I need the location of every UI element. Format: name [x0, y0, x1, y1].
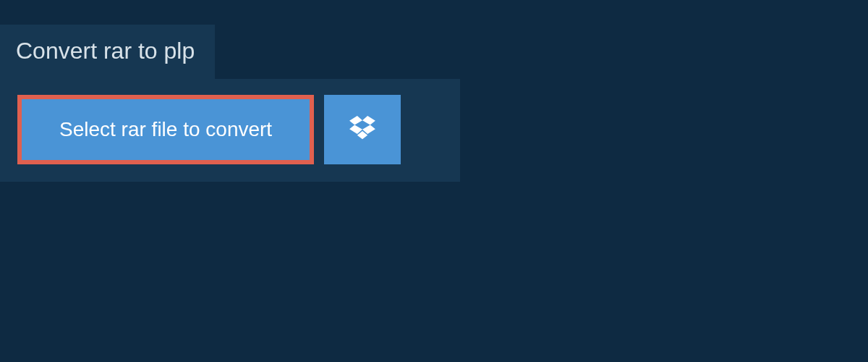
select-file-label: Select rar file to convert	[59, 118, 272, 141]
select-file-button[interactable]: Select rar file to convert	[17, 95, 314, 164]
upload-panel: Select rar file to convert	[0, 79, 460, 182]
dropbox-button[interactable]	[324, 95, 401, 164]
page-title: Convert rar to plp	[16, 38, 195, 64]
dropbox-icon	[349, 116, 375, 143]
page-title-tab: Convert rar to plp	[0, 25, 215, 79]
